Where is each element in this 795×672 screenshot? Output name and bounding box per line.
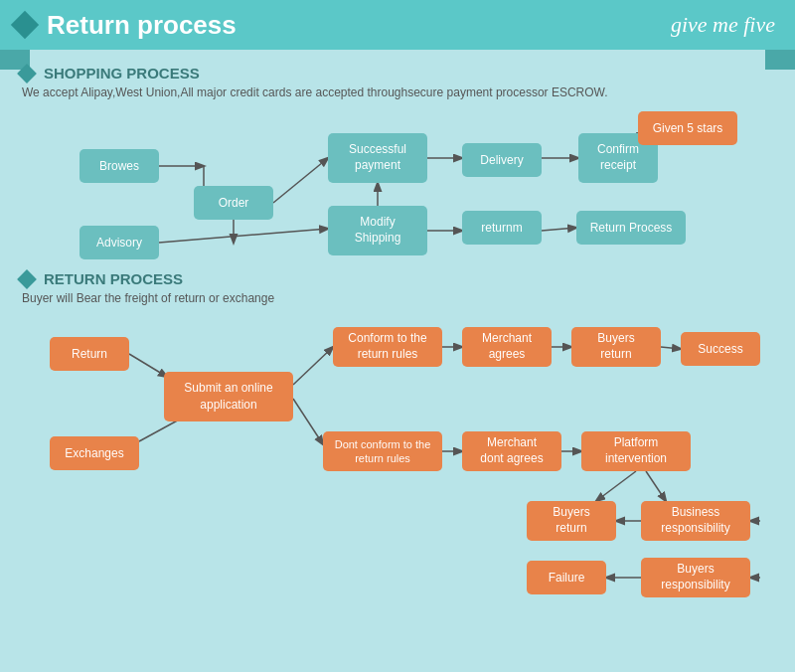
return-flow: Return Submit an online application Exch…	[20, 317, 775, 605]
svg-line-21	[646, 471, 666, 501]
shopping-advisory-box: Advisory	[80, 226, 159, 259]
svg-line-14	[293, 399, 323, 444]
shopping-diamond-icon	[17, 64, 37, 84]
return-business-resp-box: Business responsibility	[641, 501, 750, 541]
svg-line-9	[542, 228, 576, 231]
shopping-browes-box: Browes	[80, 149, 159, 183]
shopping-returnprocess-box: Return Process	[576, 211, 686, 245]
svg-line-17	[661, 347, 681, 349]
page-title: Return process	[47, 10, 237, 41]
return-desc: Buyer will Bear the freight of return or…	[22, 291, 775, 305]
shopping-successful-box: Successful payment	[328, 133, 427, 183]
return-return-box: Return	[50, 337, 129, 371]
svg-line-11	[129, 354, 167, 377]
shopping-returnm-box: returnm	[462, 211, 542, 245]
return-exchanges-box: Exchanges	[50, 436, 139, 470]
return-section-header: RETURN PROCESS	[20, 270, 775, 287]
shopping-given5-box: Given 5 stars	[638, 111, 737, 145]
return-success-box: Success	[681, 332, 760, 366]
return-buyers-return1-box: Buyers return	[571, 327, 661, 367]
return-merchant-dont-box: Merchant dont agrees	[462, 431, 561, 471]
header: Return process give me five	[0, 0, 795, 50]
shopping-flow: Browes Order Advisory Modify Shipping Su…	[20, 111, 775, 270]
shopping-order-box: Order	[194, 186, 273, 220]
svg-line-13	[293, 347, 333, 385]
return-section-title: RETURN PROCESS	[44, 270, 183, 287]
shopping-section-title: SHOPPING PROCESS	[44, 65, 200, 82]
logo-text: give me five	[671, 12, 775, 38]
shopping-delivery-box: Delivery	[462, 143, 542, 177]
return-buyers-return2-box: Buyers return	[527, 501, 616, 541]
return-merchant-agrees-box: Merchant agrees	[462, 327, 552, 367]
svg-line-3	[159, 229, 328, 243]
return-submit-box: Submit an online application	[164, 372, 293, 421]
shopping-modify-box: Modify Shipping	[328, 206, 427, 255]
return-conform-box: Conform to the return rules	[333, 327, 442, 367]
return-buyers-resp-box: Buyers responsibility	[641, 558, 750, 597]
return-failure-box: Failure	[527, 561, 606, 594]
return-dont-conform-box: Dont conform to the return rules	[323, 431, 442, 471]
return-diamond-icon	[17, 269, 37, 289]
shopping-desc: We accept Alipay,West Union,All major cr…	[22, 85, 775, 99]
svg-line-4	[273, 158, 328, 203]
header-diamond-icon	[11, 11, 39, 39]
svg-line-20	[596, 471, 636, 501]
return-platform-box: Platform intervention	[581, 431, 691, 471]
shopping-section-header: SHOPPING PROCESS	[20, 65, 775, 82]
main-content: SHOPPING PROCESS We accept Alipay,West U…	[0, 50, 795, 620]
